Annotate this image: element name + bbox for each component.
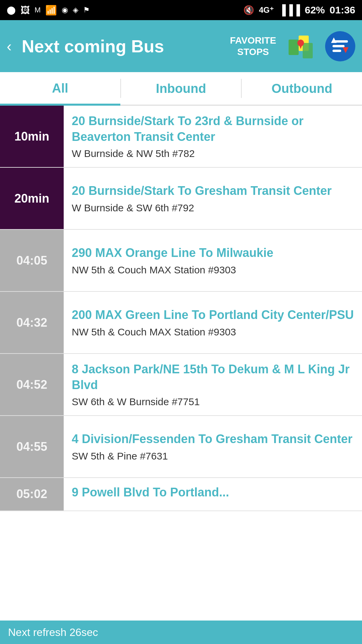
bus-item[interactable]: 04:32200 MAX Green Line To Portland City…: [0, 292, 362, 354]
other-icon: ◈: [73, 6, 78, 14]
bus-arrival-time: 05:02: [0, 478, 64, 511]
header: ‹ Next coming Bus FAVORITESTOPS ▲ ▼: [0, 20, 362, 72]
bus-info: 9 Powell Blvd To Portland...: [64, 478, 362, 511]
bus-route-name: 4 Division/Fessenden To Gresham Transit …: [72, 431, 354, 447]
bus-item[interactable]: 04:554 Division/Fessenden To Gresham Tra…: [0, 416, 362, 478]
map-icon[interactable]: [286, 31, 316, 61]
tab-outbound[interactable]: Outbound: [242, 73, 362, 106]
status-right-icons: 🔇 4G⁺ ▐▐▐ 62% 01:36: [243, 4, 355, 16]
bus-route-name: 200 MAX Green Line To Portland City Cent…: [72, 307, 354, 323]
clock: 01:36: [329, 4, 355, 16]
bus-stop: NW 5th & Couch MAX Station #9303: [72, 326, 354, 338]
bus-item[interactable]: 10min20 Burnside/Stark To 23rd & Burnsid…: [0, 106, 362, 168]
bus-info: 20 Burnside/Stark To 23rd & Burnside or …: [64, 106, 362, 167]
image-icon: 🖼: [20, 5, 30, 16]
flag-icon: ⚑: [83, 6, 90, 14]
page-title: Next coming Bus: [22, 36, 223, 56]
filter-button[interactable]: ▲ ▼: [325, 31, 355, 61]
signal-bars-icon: ▐▐▐: [279, 4, 300, 16]
svg-rect-2: [303, 43, 313, 58]
bus-info: 20 Burnside/Stark To Gresham Transit Cen…: [64, 168, 362, 229]
bus-item[interactable]: 04:528 Jackson Park/NE 15th To Dekum & M…: [0, 354, 362, 416]
bus-arrival-time: 04:52: [0, 354, 64, 415]
chrome-icon: ◉: [62, 6, 68, 14]
bus-arrival-time: 04:05: [0, 230, 64, 291]
bus-route-name: 290 MAX Orange Line To Milwaukie: [72, 245, 354, 261]
bus-arrival-time: 04:32: [0, 292, 64, 353]
svg-rect-0: [289, 40, 299, 55]
bus-item[interactable]: 20min20 Burnside/Stark To Gresham Transi…: [0, 168, 362, 230]
map-svg: [287, 33, 314, 60]
bus-info: 4 Division/Fessenden To Gresham Transit …: [64, 416, 362, 477]
bus-list: 10min20 Burnside/Stark To 23rd & Burnsid…: [0, 106, 362, 511]
refresh-status: Next refresh 26sec: [8, 626, 98, 639]
bus-route-name: 8 Jackson Park/NE 15th To Dekum & M L Ki…: [72, 362, 354, 393]
back-button[interactable]: ‹: [7, 38, 12, 55]
bus-item[interactable]: 04:05290 MAX Orange Line To MilwaukieNW …: [0, 230, 362, 292]
mute-icon: 🔇: [243, 5, 254, 15]
favorite-stops-button[interactable]: FAVORITESTOPS: [230, 35, 276, 57]
tab-all[interactable]: All: [0, 73, 120, 106]
battery-label: 62%: [305, 4, 325, 16]
bus-route-name: 20 Burnside/Stark To 23rd & Burnside or …: [72, 113, 354, 145]
bus-route-name: 20 Burnside/Stark To Gresham Transit Cen…: [72, 183, 354, 199]
tab-inbound[interactable]: Inbound: [121, 73, 241, 106]
bus-arrival-time: 10min: [0, 106, 64, 167]
bus-arrival-time: 04:55: [0, 416, 64, 477]
signal-4g-icon: 4G⁺: [259, 5, 274, 15]
bus-stop: SW 5th & Pine #7631: [72, 450, 354, 462]
bus-stop: W Burnside & SW 6th #792: [72, 202, 354, 214]
wifi-icon: 📶: [45, 5, 57, 16]
bottom-bar: Next refresh 26sec: [0, 621, 362, 644]
filter-down-arrow: ▼: [341, 44, 351, 55]
status-left-icons: ⬤ 🖼 M 📶 ◉ ◈ ⚑: [7, 5, 90, 16]
tabs-bar: All Inbound Outbound: [0, 72, 362, 106]
bus-info: 290 MAX Orange Line To MilwaukieNW 5th &…: [64, 230, 362, 291]
bus-stop: SW 6th & W Burnside #7751: [72, 396, 354, 408]
bus-stop: NW 5th & Couch MAX Station #9303: [72, 264, 354, 276]
status-bar: ⬤ 🖼 M 📶 ◉ ◈ ⚑ 🔇 4G⁺ ▐▐▐ 62% 01:36: [0, 0, 362, 20]
bus-item[interactable]: 05:029 Powell Blvd To Portland...: [0, 478, 362, 511]
gmail-icon: M: [35, 6, 41, 14]
bus-route-name: 9 Powell Blvd To Portland...: [72, 485, 354, 500]
bus-arrival-time: 20min: [0, 168, 64, 229]
bus-stop: W Burnside & NW 5th #782: [72, 148, 354, 159]
line-icon: ⬤: [7, 5, 16, 15]
bus-info: 200 MAX Green Line To Portland City Cent…: [64, 292, 362, 353]
bus-info: 8 Jackson Park/NE 15th To Dekum & M L Ki…: [64, 354, 362, 415]
